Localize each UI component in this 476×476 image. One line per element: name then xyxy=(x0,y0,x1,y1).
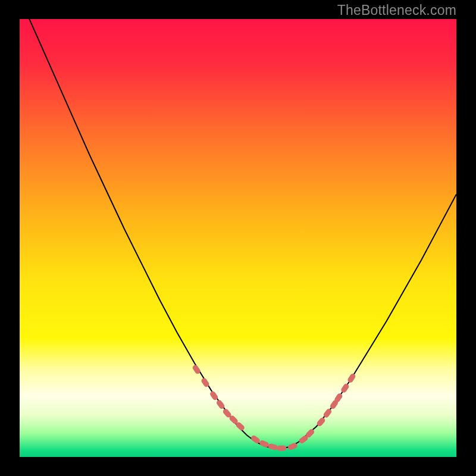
curve-marker xyxy=(340,383,350,393)
curve-marker xyxy=(268,443,278,451)
curve-marker xyxy=(347,372,356,383)
chart-frame: TheBottleneck.com xyxy=(0,0,476,476)
bottleneck-curve xyxy=(20,19,456,457)
curve-marker xyxy=(277,446,286,451)
watermark-text: TheBottleneck.com xyxy=(337,2,456,18)
plot-area xyxy=(20,19,456,457)
curve-marker xyxy=(192,364,201,375)
